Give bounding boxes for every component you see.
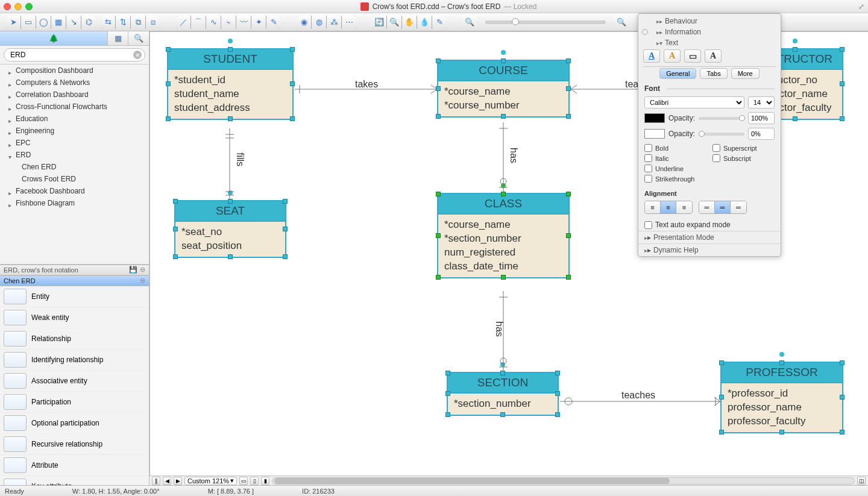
selection-handle[interactable] <box>166 81 171 86</box>
stencil-shape[interactable]: Attribute <box>0 455 149 476</box>
selection-handle[interactable] <box>436 192 441 196</box>
ungroup-tool[interactable]: ⧈ <box>146 16 160 29</box>
selection-handle[interactable] <box>555 371 560 375</box>
text-color-swatch[interactable] <box>644 113 665 123</box>
selection-handle[interactable] <box>290 116 295 121</box>
split-view-button[interactable]: ◫ <box>857 477 866 485</box>
page-next-button[interactable]: ▶ <box>174 477 182 485</box>
selection-handle[interactable] <box>283 199 288 204</box>
zoom-out-button[interactable]: 🔍 <box>462 16 477 29</box>
selection-handle[interactable] <box>840 81 844 86</box>
valign-bottom[interactable]: ═ <box>731 201 746 213</box>
zoom-slider[interactable] <box>485 20 606 24</box>
view-mode-c[interactable]: ▮ <box>261 477 269 485</box>
rotate-handle[interactable] <box>228 39 233 43</box>
selection-handle[interactable] <box>166 116 171 121</box>
tree-item[interactable]: Education <box>0 113 149 125</box>
text-opacity-input[interactable] <box>748 112 775 124</box>
text-style-a-icon[interactable]: A <box>643 49 660 63</box>
close-stencil-icon[interactable]: ⊖ <box>140 277 145 284</box>
bold-checkbox[interactable]: Bold <box>644 144 706 152</box>
selection-handle[interactable] <box>840 395 844 400</box>
selection-handle[interactable] <box>793 47 797 52</box>
line-tool[interactable]: ／ <box>176 16 190 29</box>
tab-general[interactable]: General <box>659 68 696 79</box>
selection-handle[interactable] <box>555 412 560 417</box>
strikethrough-checkbox[interactable]: Strikethrough <box>644 175 706 183</box>
pointer-tool[interactable]: ➤ <box>6 16 20 29</box>
selection-handle[interactable] <box>501 58 506 63</box>
stamp-tool[interactable]: ◉ <box>297 16 311 29</box>
section-behaviour[interactable]: ▸Behaviour <box>652 16 777 27</box>
view-mode-b[interactable]: ▯ <box>250 477 259 485</box>
selection-handle[interactable] <box>566 275 571 280</box>
selection-handle[interactable] <box>500 412 505 417</box>
selection-handle[interactable] <box>173 254 178 259</box>
selection-handle[interactable] <box>173 199 178 204</box>
selection-handle[interactable] <box>555 391 560 396</box>
selection-handle[interactable] <box>566 233 571 238</box>
rect-tool[interactable]: ▭ <box>21 16 36 29</box>
group-tool[interactable]: ⧉ <box>131 16 145 29</box>
rotate-handle[interactable] <box>500 362 505 367</box>
rotate-handle[interactable] <box>228 190 233 195</box>
rotate-handle[interactable] <box>779 352 784 357</box>
selection-handle[interactable] <box>228 254 233 259</box>
tree-tool[interactable]: ⌬ <box>81 16 96 29</box>
valign-top[interactable]: ═ <box>699 201 715 213</box>
selection-handle[interactable] <box>779 430 784 435</box>
selection-handle[interactable] <box>290 81 295 86</box>
save-stencil-icon[interactable]: 💾 <box>129 266 137 274</box>
selection-handle[interactable] <box>290 47 295 52</box>
panel-anchor-icon[interactable] <box>642 29 648 35</box>
selection-handle[interactable] <box>840 47 844 52</box>
font-size-select[interactable]: 14 <box>748 96 775 108</box>
bg-color-swatch[interactable] <box>644 129 665 139</box>
selection-handle[interactable] <box>793 116 797 121</box>
tree-item[interactable]: Computers & Networks <box>0 77 149 89</box>
tree-item[interactable]: EPC <box>0 137 149 149</box>
stencil-shape[interactable]: Associative entity <box>0 371 149 392</box>
library-search-input[interactable] <box>4 48 145 61</box>
selection-handle[interactable] <box>840 116 844 121</box>
selection-handle[interactable] <box>445 371 450 375</box>
clear-search-icon[interactable]: ✕ <box>133 51 142 59</box>
ellipse-tool[interactable]: ◯ <box>36 16 51 29</box>
fullscreen-icon[interactable]: ⤢ <box>858 2 864 11</box>
selection-handle[interactable] <box>719 360 724 365</box>
cluster-tool[interactable]: ⁂ <box>327 16 341 29</box>
freehand-tool[interactable]: ✎ <box>266 16 281 29</box>
selection-handle[interactable] <box>436 114 441 119</box>
zoom-window-button[interactable] <box>25 3 33 10</box>
page-prev-button[interactable]: ◀ <box>163 477 171 485</box>
rotate-handle[interactable] <box>501 50 506 55</box>
edit-tool[interactable]: ✎ <box>432 16 447 29</box>
stencil-shape[interactable]: Participation <box>0 392 149 413</box>
align-center[interactable]: ≡ <box>661 201 676 213</box>
selection-handle[interactable] <box>228 199 233 204</box>
stencil-shape[interactable]: Entity <box>0 286 149 307</box>
selection-handle[interactable] <box>566 86 571 91</box>
selection-handle[interactable] <box>501 192 506 196</box>
text-highlight-icon[interactable]: A <box>664 49 681 63</box>
selection-handle[interactable] <box>436 275 441 280</box>
selection-handle[interactable] <box>840 360 844 365</box>
page-first-button[interactable]: ‖ <box>152 477 160 485</box>
anchor-tool[interactable]: ✦ <box>251 16 266 29</box>
library-tree-tab[interactable]: 🌲 <box>0 31 108 45</box>
selection-handle[interactable] <box>566 58 571 63</box>
bg-opacity-slider[interactable] <box>699 133 744 136</box>
selection-handle[interactable] <box>779 360 784 365</box>
connector-tool[interactable]: ↘ <box>66 16 81 29</box>
text-opacity-slider[interactable] <box>699 117 744 120</box>
align-left[interactable]: ≡ <box>645 201 661 213</box>
curve-tool[interactable]: ∿ <box>206 16 221 29</box>
rotate-handle[interactable] <box>793 39 797 43</box>
polyline-tool[interactable]: ⍀ <box>221 16 236 29</box>
spline-tool[interactable]: 〰 <box>236 16 251 29</box>
entity-section[interactable]: SECTION *section_number <box>447 372 559 416</box>
close-stencil-icon[interactable]: ⊖ <box>140 266 145 274</box>
stencil-shape[interactable]: Key attribute <box>0 476 149 486</box>
valign-middle[interactable]: ═ <box>715 201 731 213</box>
tree-item[interactable]: Fishbone Diagram <box>0 197 149 209</box>
